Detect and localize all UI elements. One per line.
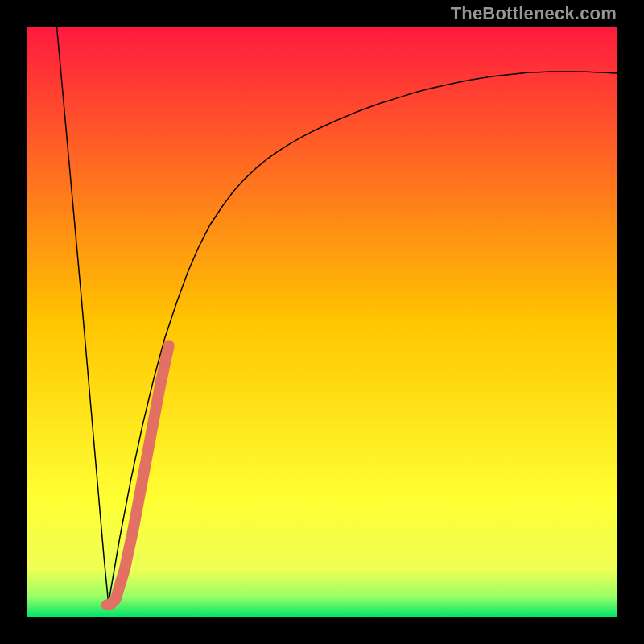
series-highlight-segment: [107, 345, 169, 605]
series-right-branch: [109, 72, 617, 602]
plot-area: [27, 27, 617, 617]
curves-layer: [27, 27, 617, 617]
watermark-text: TheBottleneck.com: [451, 3, 617, 24]
series-left-branch: [57, 27, 109, 606]
chart-frame: TheBottleneck.com: [0, 0, 644, 644]
